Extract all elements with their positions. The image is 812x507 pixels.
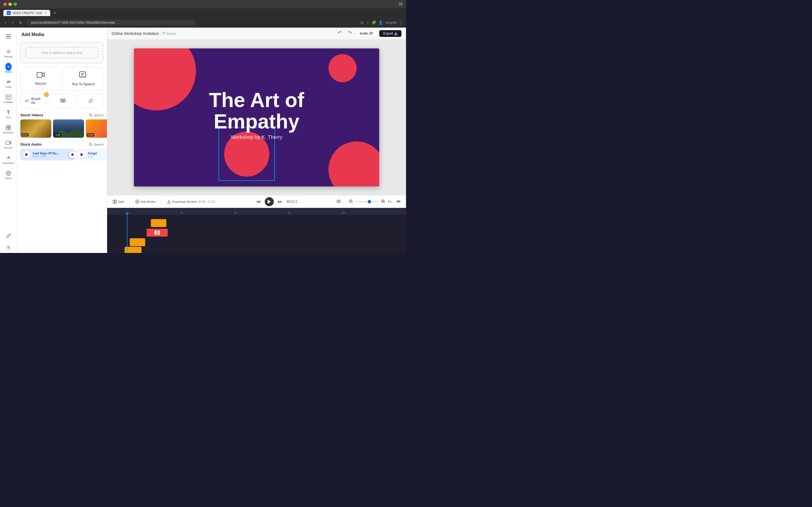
sidebar-item-audio[interactable]: Audio <box>1 76 16 91</box>
canvas-area: The Art of Empathy Workshop by K. Therry <box>107 40 406 195</box>
zoom-out-button[interactable] <box>347 198 355 205</box>
brand-badge: ★ <box>44 93 49 97</box>
brand-kit-option[interactable]: 🏷 Brand Kit ★ <box>20 93 48 108</box>
svg-rect-2 <box>399 5 403 6</box>
playhead-triangle <box>125 213 129 215</box>
brand-kit-label: Brand Kit <box>31 97 43 105</box>
timeline-ruler: 0 30 60 90 120 <box>107 208 406 215</box>
traffic-light-green[interactable] <box>13 3 17 6</box>
time-display: 00:02:2 <box>286 200 297 204</box>
zoom-in-button[interactable] <box>379 198 387 205</box>
search-label: Search <box>94 114 103 117</box>
svg-rect-14 <box>6 141 10 145</box>
browser-chrome: V VEED CREATE | Edit × + ‹ › ↻ ⊡ ☆ 🧩 👤 I… <box>0 0 406 27</box>
dropbox-option[interactable] <box>50 93 75 108</box>
more-icon[interactable]: ⋮ <box>399 20 403 25</box>
upload-area[interactable]: Click to upload or drag & drop <box>20 42 103 63</box>
redo-button[interactable] <box>345 30 353 37</box>
sidebar-item-edit[interactable] <box>1 230 16 241</box>
play-button[interactable] <box>265 197 274 206</box>
vol-controls <box>335 198 343 205</box>
audio-search-label: Search <box>94 143 103 146</box>
split-button[interactable]: Split <box>110 199 126 205</box>
waveform-button[interactable] <box>395 198 403 205</box>
tts-option[interactable]: Text To Speech <box>63 67 104 91</box>
sidebar-item-filters[interactable]: Filters <box>1 168 16 182</box>
audio-info-1: Last Days Of Su... 0:00 / 3:08 <box>33 152 71 158</box>
stock-videos-row: 0:47 0:08 0:49 <box>17 118 107 140</box>
sidebar-item-settings[interactable]: Settings <box>1 46 16 60</box>
stock-audio-search[interactable]: Search <box>89 143 103 146</box>
svg-rect-10 <box>6 125 8 127</box>
stock-audio-title: Stock Audio <box>20 142 42 147</box>
timeline-track-area <box>107 215 406 251</box>
sidebar: Settings + Media Audio Subtitles T Text … <box>0 27 17 253</box>
tab-bar: V VEED CREATE | Edit × + <box>0 8 406 17</box>
profile-icon[interactable]: 👤 <box>378 20 383 25</box>
refresh-button[interactable]: ↻ <box>17 20 24 25</box>
zoom-slider[interactable] <box>356 201 378 202</box>
ruler-mark-30: 30 <box>181 210 183 214</box>
stock-videos-search[interactable]: Search <box>89 114 103 117</box>
sidebar-item-record[interactable]: Record <box>1 137 16 152</box>
tts-option-label: Text To Speech <box>71 82 95 86</box>
split-label: Split <box>118 200 124 203</box>
forward-button[interactable]: › <box>10 20 15 25</box>
traffic-light-yellow[interactable] <box>8 3 12 6</box>
timeline: 0 30 60 90 120 <box>107 208 406 253</box>
svg-line-24 <box>92 116 93 117</box>
svg-rect-4 <box>6 36 11 37</box>
volume-button[interactable] <box>335 198 343 205</box>
browser-menu-icon[interactable] <box>399 2 403 6</box>
download-section-button[interactable]: Download Section (0:09 - 0:12) <box>165 199 217 205</box>
traffic-light-red[interactable] <box>3 3 7 6</box>
audio-card-1[interactable]: Last Days Of Su... 0:00 / 3:08 <box>20 149 74 161</box>
fast-forward-button[interactable]: ⏭ <box>276 198 284 205</box>
sidebar-item-text[interactable]: T Text <box>1 107 16 121</box>
export-button[interactable]: Export <box>379 30 402 37</box>
canvas[interactable]: The Art of Empathy Workshop by K. Therry <box>134 48 379 186</box>
undo-button[interactable] <box>336 30 344 37</box>
project-title: Online Workshop Invitation <box>112 31 159 36</box>
close-tab-icon[interactable]: × <box>45 11 47 15</box>
timeline-clip-1[interactable] <box>151 219 166 227</box>
timeline-playhead[interactable] <box>127 215 128 251</box>
audio-play-1[interactable] <box>23 151 31 158</box>
fit-button[interactable]: Fit <box>388 200 391 203</box>
add-media-toolbar-button[interactable]: Add Media <box>133 199 158 205</box>
rewind-button[interactable]: ⏮ <box>255 198 262 205</box>
timeline-clip-2[interactable] <box>147 229 168 237</box>
sidebar-item-media[interactable]: + Media <box>1 61 16 75</box>
stock-video-3[interactable]: 0:49 <box>86 119 107 138</box>
stock-video-2[interactable]: 0:08 <box>53 119 84 138</box>
back-button[interactable]: ‹ <box>3 20 8 25</box>
toolbar-sep-1 <box>130 199 130 205</box>
svg-point-23 <box>89 114 92 116</box>
video-duration-1: 0:47 <box>21 133 29 136</box>
app: Settings + Media Audio Subtitles T Text … <box>0 27 406 253</box>
stock-audio-header: Stock Audio Search <box>17 140 107 148</box>
link-option[interactable] <box>78 93 103 108</box>
sidebar-item-transitions[interactable]: Transitions <box>1 153 16 167</box>
record-option[interactable]: Record <box>20 67 61 91</box>
canvas-title-block: The Art of Empathy Workshop by K. Therry <box>209 90 304 140</box>
canvas-circle-tl <box>134 48 196 110</box>
sidebar-item-elements[interactable]: Elements <box>1 122 16 136</box>
toolbar-sep-2 <box>161 199 161 205</box>
traffic-lights <box>3 3 17 6</box>
sidebar-item-help[interactable]: ? <box>1 242 16 253</box>
audio-card-2[interactable]: Forgo' 2:12 › <box>75 149 107 161</box>
sidebar-item-subtitles[interactable]: Subtitles <box>1 92 16 106</box>
audio-play-2[interactable] <box>79 151 86 158</box>
url-input[interactable] <box>26 20 195 25</box>
main: Online Workshop Invitation Saving <box>107 27 406 253</box>
timeline-clip-3[interactable] <box>130 238 145 246</box>
sidebar-item-menu[interactable] <box>1 31 16 42</box>
new-tab-button[interactable]: + <box>51 10 58 15</box>
bookmark-icon[interactable]: ☆ <box>366 20 369 25</box>
svg-line-38 <box>352 202 353 203</box>
invite-button[interactable]: Invite <box>356 30 377 37</box>
extension-icon[interactable]: 🧩 <box>371 20 376 25</box>
active-tab[interactable]: V VEED CREATE | Edit × <box>3 10 50 16</box>
stock-video-1[interactable]: 0:47 <box>20 119 51 138</box>
